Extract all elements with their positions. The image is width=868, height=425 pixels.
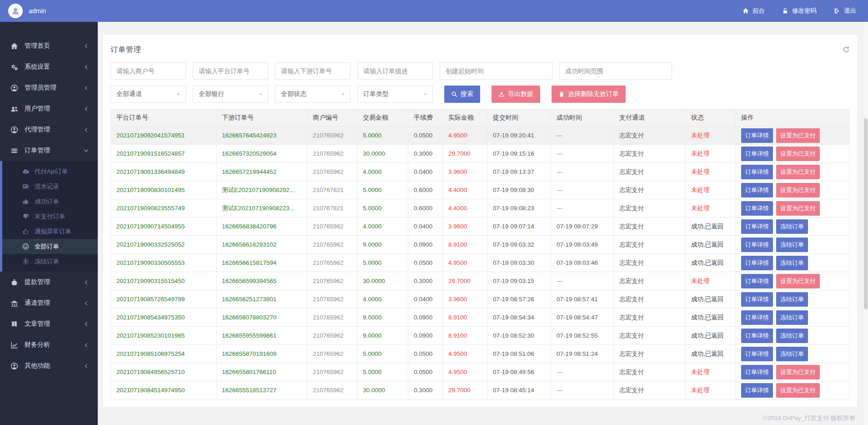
sidebar-subitem-all-orders[interactable]: 全部订单 xyxy=(2,239,98,254)
sidebar-subitem-label: 全部订单 xyxy=(35,243,59,251)
actual-amount-cell: 8.9100 xyxy=(443,327,487,345)
sidebar-item-agent-management[interactable]: 代理管理 xyxy=(0,119,98,140)
submit-time-cell: 07-19 08:51:06 xyxy=(487,345,551,363)
bars-icon xyxy=(10,147,18,155)
sidebar-subitem-notify-abnormal-orders[interactable]: 通知异常订单 xyxy=(2,224,98,239)
success-time-cell: 07-19 09:03:46 xyxy=(551,254,614,272)
set-paid-button[interactable]: 设置为已支付 xyxy=(776,365,820,379)
sidebar-item-article-management[interactable]: 文章管理 xyxy=(0,314,98,334)
sidebar-item-user-management[interactable]: 用户管理 xyxy=(0,98,98,119)
export-data-button[interactable]: 导出数据 xyxy=(492,86,540,103)
fee-cell: 0.3000 xyxy=(408,381,443,400)
select-value: 订单类型 xyxy=(363,90,389,98)
sidebar-item-label: 其他功能 xyxy=(25,362,84,370)
logout-link[interactable]: 退出 xyxy=(834,7,856,15)
sidebar-item-other-functions[interactable]: 其他功能 xyxy=(0,355,98,376)
user-circle-icon xyxy=(10,84,18,92)
create-time-input[interactable] xyxy=(440,62,552,80)
freeze-order-button[interactable]: 冻结订单 xyxy=(776,329,808,343)
order-detail-button[interactable]: 订单详情 xyxy=(741,238,773,252)
operations-cell: 订单详情设置为已支付 xyxy=(736,381,850,400)
freeze-order-button[interactable]: 冻结订单 xyxy=(776,292,808,307)
set-paid-button[interactable]: 设置为已支付 xyxy=(776,183,820,197)
freeze-order-button[interactable]: 冻结订单 xyxy=(776,238,808,252)
channel-select[interactable]: 全部通道 xyxy=(110,86,186,103)
freeze-order-button[interactable]: 冻结订单 xyxy=(776,219,808,234)
sidebar-subitem-payout-api-orders[interactable]: 代付Api订单 xyxy=(2,164,98,179)
filter-inputs-row xyxy=(110,62,850,80)
order-detail-button[interactable]: 订单详情 xyxy=(741,383,773,398)
submit-time-cell: 07-19 09:03:15 xyxy=(487,272,551,290)
order-detail-button[interactable]: 订单详情 xyxy=(741,256,773,270)
frontend-link[interactable]: 前台 xyxy=(743,7,765,15)
order-detail-button[interactable]: 订单详情 xyxy=(741,165,773,179)
order-detail-button[interactable]: 订单详情 xyxy=(741,292,773,307)
chevron-left-icon xyxy=(84,364,89,369)
merchant-no-cell: 210765962 xyxy=(307,327,357,345)
freeze-order-button[interactable]: 冻结订单 xyxy=(776,347,808,361)
table-row: 2021071908572654979916266562512738012107… xyxy=(111,290,850,309)
order-detail-button[interactable]: 订单详情 xyxy=(741,365,773,379)
sidebar-subitem-flow-records[interactable]: 流水记录 xyxy=(2,179,98,194)
status-select[interactable]: 全部状态 xyxy=(275,86,351,103)
caret-down-icon xyxy=(341,92,346,97)
set-paid-button[interactable]: 设置为已支付 xyxy=(776,274,820,288)
sidebar-item-finance-analysis[interactable]: 财务分析 xyxy=(0,334,98,355)
freeze-order-button[interactable]: 冻结订单 xyxy=(776,310,808,325)
refresh-icon[interactable] xyxy=(843,46,850,53)
pay-channel-cell: 志宏支付 xyxy=(614,272,686,290)
scrollbar-thumb[interactable] xyxy=(864,118,868,309)
sidebar-item-admin-management[interactable]: 管理员管理 xyxy=(0,77,98,98)
sidebar-subitem-unpaid-orders[interactable]: 未支付订单 xyxy=(2,209,98,224)
order-detail-button[interactable]: 订单详情 xyxy=(741,329,773,343)
set-paid-button[interactable]: 设置为已支付 xyxy=(776,128,820,143)
actual-amount-cell: 3.9600 xyxy=(443,290,487,309)
sidebar-item-order-management[interactable]: 订单管理 xyxy=(0,140,98,161)
fee-cell: 0.6000 xyxy=(408,199,443,218)
set-paid-button[interactable]: 设置为已支付 xyxy=(776,383,820,398)
col-header-pay-channel: 支付通道 xyxy=(614,109,686,126)
order-detail-button[interactable]: 订单详情 xyxy=(741,310,773,325)
order-detail-button[interactable]: 订单详情 xyxy=(741,347,773,361)
set-paid-button[interactable]: 设置为已支付 xyxy=(776,147,820,161)
fee-cell: 0.0500 xyxy=(408,254,443,272)
merchant-no-input[interactable] xyxy=(110,62,186,80)
order-detail-button[interactable]: 订单详情 xyxy=(741,201,773,216)
sidebar-subitem-frozen-orders[interactable]: 冻结订单 xyxy=(2,254,98,269)
chevron-left-icon xyxy=(84,280,89,285)
order-detail-button[interactable]: 订单详情 xyxy=(741,219,773,234)
avatar[interactable] xyxy=(8,4,23,18)
change-password-link[interactable]: 修改密码 xyxy=(782,7,817,15)
trade-amount-cell: 9.0000 xyxy=(357,309,408,327)
bank-select[interactable]: 全部银行 xyxy=(193,86,268,103)
order-detail-button[interactable]: 订单详情 xyxy=(741,147,773,161)
set-paid-button[interactable]: 设置为已支付 xyxy=(776,165,820,179)
set-paid-button[interactable]: 设置为已支付 xyxy=(776,201,820,216)
order-management-submenu: 代付Api订单流水记录成功订单未支付订单通知异常订单全部订单冻结订单 xyxy=(0,161,98,272)
sidebar-item-withdraw-management[interactable]: 提款管理 xyxy=(0,272,98,293)
success-time-cell: 07-19 09:07:29 xyxy=(551,218,614,236)
actual-amount-cell: 8.9100 xyxy=(443,236,487,254)
order-desc-input[interactable] xyxy=(357,62,433,80)
search-icon xyxy=(451,91,457,97)
chart-icon xyxy=(10,341,18,349)
sidebar-subitem-success-orders[interactable]: 成功订单 xyxy=(2,194,98,209)
col-header-status: 状态 xyxy=(686,109,736,126)
freeze-order-button[interactable]: 冻结订单 xyxy=(776,256,808,270)
order-detail-button[interactable]: 订单详情 xyxy=(741,128,773,143)
order-type-select[interactable]: 订单类型 xyxy=(357,86,433,103)
platform-order-no-input[interactable] xyxy=(193,62,268,80)
submit-time-cell: 07-19 08:49:56 xyxy=(487,363,551,381)
col-header-operations: 操作 xyxy=(736,109,850,126)
sidebar-item-label: 系统设置 xyxy=(25,63,84,71)
sidebar-item-admin-home[interactable]: 管理首页 xyxy=(0,35,98,56)
order-detail-button[interactable]: 订单详情 xyxy=(741,274,773,288)
order-detail-button[interactable]: 订单详情 xyxy=(741,183,773,197)
success-time-input[interactable] xyxy=(559,62,672,80)
search-button[interactable]: 搜索 xyxy=(444,86,480,103)
delete-invalid-orders-button[interactable]: 选择删除无效订单 xyxy=(552,86,626,103)
sidebar-item-channel-management[interactable]: 通道管理 xyxy=(0,293,98,314)
sidebar-item-system-settings[interactable]: 系统设置 xyxy=(0,56,98,77)
downstream-order-no-input[interactable] xyxy=(275,62,351,80)
trash-icon xyxy=(558,91,565,97)
